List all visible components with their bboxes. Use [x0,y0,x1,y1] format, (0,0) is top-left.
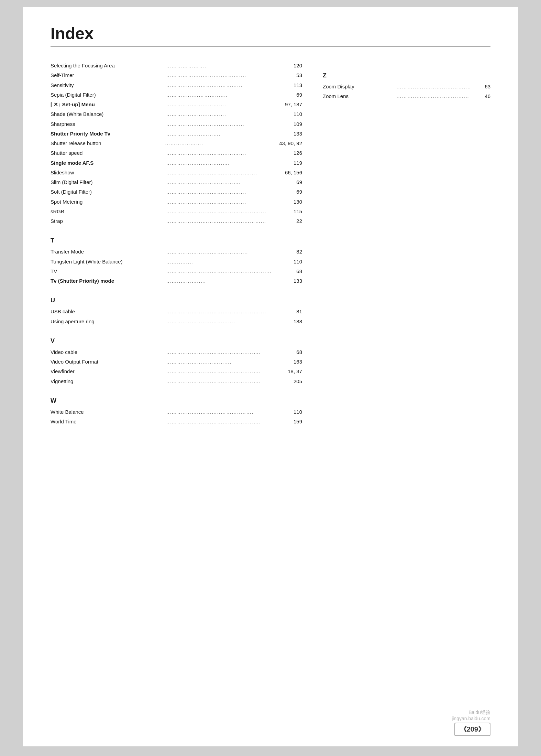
entry-name: Vignetting [51,377,165,386]
entry-name: Shutter Priority Mode Tv [51,129,165,138]
entry-name: Sensitivity [51,81,165,90]
entry-name: Selecting the Focusing Area [51,61,165,70]
index-entry: USB cable………..………..………...………..……….81 [51,307,302,316]
entry-page: 115 [281,207,302,216]
index-entry: Shade (White Balance)………..………...……….110 [51,109,302,119]
entry-dots: ………..………. [164,139,279,148]
entry-page: 133 [281,277,302,285]
index-entry: Shutter release button………..……….43, 90, 9… [51,139,302,148]
entry-name: Slim (Digital Filter) [51,178,165,187]
entry-page: 130 [281,197,302,206]
entry-name: Sepia (Digital Filter) [51,90,165,99]
entry-dots: ………..…..………...………..…. [395,82,470,91]
entry-dots: ………..………..………...………. [165,149,281,158]
page: Index Selecting the Focusing Area…………………… [23,7,518,746]
entry-dots: ………..………..………...………..……. [395,92,470,101]
entry-dots: ………..………...……….... [165,357,281,366]
entry-page: 69 [281,90,302,99]
entry-name: sRGB [51,207,165,216]
page-title: Index [51,24,490,47]
entry-page: 22 [281,217,302,226]
entry-page: 82 [281,247,302,256]
entry-name: Sharpness [51,120,165,129]
entry-dots: …………………. [165,61,281,70]
index-entry: Vignetting………..………..………...………..…….205 [51,377,302,386]
entry-name: White Balance [51,408,165,417]
index-entry: Zoom Display………..…..………...………..….63 [323,82,490,91]
entry-page: 163 [281,357,302,366]
entry-page: 69 [281,178,302,187]
column-left: Selecting the Focusing Area………………….120Se… [51,61,302,426]
entry-name: Self-Timer [51,71,165,80]
entry-dots: ………..……...………. [165,129,281,138]
section-letter-w: W [51,397,302,404]
entry-page: 133 [281,129,302,138]
entry-dots: ………..……..………..………... [165,81,281,90]
entry-page: 18, 37 [281,367,302,376]
entry-page: 69 [281,187,302,196]
watermark-line2: jingyan.baidu.com [452,716,490,721]
entry-dots: ………..………..………...………..……. [165,377,281,386]
index-entry: [ ✕↓ Set-up] Menu………..………...……….97, 187 [51,100,302,109]
index-entry: sRGB………..………..………...………..……….115 [51,207,302,216]
page-number: 《209》 [454,723,490,736]
entry-name: Spot Metering [51,197,165,206]
entry-page: 46 [470,92,490,101]
section-letter-z: Z [323,72,490,79]
entry-dots: ………..……...………..…. [165,159,281,168]
entry-name: Shutter release button [51,139,164,148]
entry-dots: ………..………..………...………..……. [165,417,281,426]
entry-dots: ………..………..………...………..………. [165,307,281,316]
index-entry: Video Output Format………..………...………....163 [51,357,302,367]
entry-page: 66, 156 [281,168,302,177]
index-entry: Spot Metering………..………..………...……….130 [51,197,302,207]
entry-page: 159 [281,417,302,426]
entry-page: 81 [281,307,302,316]
entry-page: 110 [281,110,302,119]
section-letter-v: V [51,337,302,345]
entry-dots: ………..………..………...………..……. [165,367,281,376]
entry-dots: ………..………..………...………..……….... [165,267,281,276]
entry-dots: ………..……...………..………...………... [165,217,281,226]
entry-name: Tungsten Light (White Balance) [51,257,165,266]
entry-dots: ………..………..………...………..………. [165,207,281,216]
entry-page: 110 [281,257,302,266]
entry-name: World Time [51,417,165,426]
index-entry: Strap………..……...………..………...………...22 [51,216,302,226]
index-entry: Viewfinder………..………..………...………..…….18, 37 [51,367,302,376]
entry-dots: ………..………..………...……….. [165,247,281,256]
entry-dots: ………..………..………...…. [165,317,281,326]
section-letter-u: U [51,297,302,304]
entry-page: 63 [470,82,490,91]
entry-page: 126 [281,149,302,158]
entry-dots: ………..……...………..………... [165,120,281,129]
entry-page: 119 [281,159,302,168]
entry-name: Tv (Shutter Priority) mode [51,277,165,285]
index-entry: Sharpness………..……...………..………...109 [51,119,302,129]
entry-name: Soft (Digital Filter) [51,187,165,196]
index-columns: Selecting the Focusing Area………………….120Se… [51,61,490,426]
entry-page: 110 [281,408,302,417]
entry-page: 68 [281,267,302,276]
entry-name: Shutter speed [51,149,165,158]
index-entry: Slideshow………..………..………...…………….66, 156 [51,168,302,177]
entry-dots: ………..………..………...………. [165,187,281,196]
entry-dots: ………..………..………...……………. [165,168,281,177]
entry-name: Zoom Lens [323,92,395,101]
index-entry: Tv (Shutter Priority) mode……..……….....13… [51,276,302,286]
entry-name: USB cable [51,307,165,316]
entry-page: 68 [281,348,302,357]
index-entry: World Time………..………..………...………..…….159 [51,417,302,426]
entry-page: 188 [281,317,302,326]
entry-name: Viewfinder [51,367,165,376]
entry-name: Single mode AF.S [51,159,165,168]
index-entry: Shutter Priority Mode Tv………..……...……….13… [51,129,302,139]
entry-page: 205 [281,377,302,386]
index-entry: Shutter speed………..………..………...……….126 [51,148,302,158]
index-entry: Soft (Digital Filter)………..………..………...………… [51,187,302,197]
entry-dots: ………..……..………..………..……. [165,408,281,417]
entry-dots: ………………..………..……….... [165,71,281,80]
entry-name: [ ✕↓ Set-up] Menu [51,100,165,109]
entry-dots: ………..………..………...………. [165,197,281,206]
entry-name: Slideshow [51,168,165,177]
